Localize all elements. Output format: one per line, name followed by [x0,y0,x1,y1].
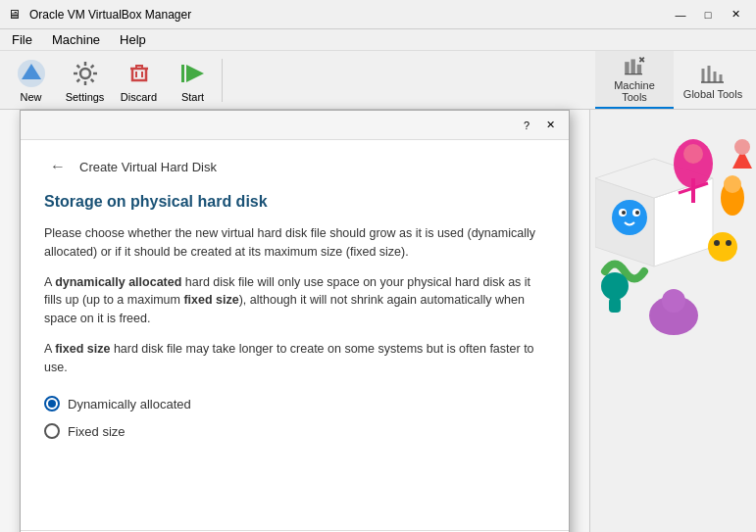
svg-point-44 [662,289,685,313]
minimize-button[interactable]: — [668,5,693,24]
radio-dynamic[interactable]: Dynamically allocated [44,396,545,411]
para3-bold: fixed size [55,342,110,356]
svg-rect-14 [181,65,184,82]
toolbar: New Settings [0,51,756,110]
svg-line-7 [76,65,79,68]
menu-file[interactable]: File [4,30,40,49]
dialog: ? ✕ ← Create Virtual Hard Disk Storage o… [20,110,570,532]
svg-point-35 [635,211,639,215]
maximize-button[interactable]: □ [695,5,721,24]
right-panel [589,110,756,532]
back-button[interactable]: ← [44,156,72,177]
settings-label: Settings [66,91,105,103]
menu-help[interactable]: Help [112,30,154,49]
app-icon: 🖥 [8,7,24,23]
window-controls: — □ ✕ [668,5,748,24]
dialog-help-button[interactable]: ? [516,117,537,134]
toolbar-start-button[interactable]: Start [166,54,220,107]
dialog-controls: ? ✕ [516,117,561,134]
title-bar-text: Oracle VM VirtualBox Manager [29,8,662,22]
para3-after: hard disk file may take longer to create… [44,342,534,374]
svg-line-9 [76,78,79,81]
global-tools-label: Global Tools [683,88,742,100]
svg-rect-17 [637,65,641,74]
machine-tools-label: Machine Tools [601,79,668,103]
svg-point-2 [80,69,90,78]
start-icon [177,58,209,89]
svg-point-37 [714,240,720,246]
radio-dynamic-label: Dynamically allocated [68,397,191,411]
illustration-svg [595,120,752,394]
svg-rect-46 [609,298,621,313]
new-label: New [20,91,41,103]
svg-marker-13 [186,65,204,82]
para2-bold2: fixed size [183,293,238,307]
svg-point-45 [601,272,629,300]
svg-point-34 [622,211,626,215]
dialog-header: ← Create Virtual Hard Disk [44,156,545,177]
toolbar-new-button[interactable]: New [4,54,58,107]
radio-fixed-label: Fixed size [68,424,126,439]
start-label: Start [181,91,204,103]
global-tools-tab[interactable]: Global Tools [674,51,752,109]
svg-line-10 [90,65,93,68]
svg-rect-16 [630,59,634,73]
dialog-title-bar: ? ✕ [21,111,569,140]
radio-dynamic-circle [44,396,60,411]
close-button[interactable]: ✕ [723,5,748,24]
discard-label: Discard [121,91,157,103]
radio-fixed-circle [44,423,60,439]
dialog-content: ← Create Virtual Hard Disk Storage on ph… [21,140,569,455]
paragraph-1: Please choose whether the new virtual ha… [44,224,545,262]
paragraph-2: A dynamically allocated hard disk file w… [44,273,545,328]
main-area: ? ✕ ← Create Virtual Hard Disk Storage o… [0,110,756,532]
para3-before: A [44,342,55,356]
svg-point-27 [683,144,703,164]
svg-point-36 [708,232,737,262]
para2-before: A [44,275,55,289]
dialog-close-button[interactable]: ✕ [539,117,561,134]
global-tools-icon [699,61,727,88]
settings-icon [70,58,101,89]
svg-point-31 [612,200,647,235]
paragraph-3: A fixed size hard disk file may take lon… [44,340,545,377]
toolbar-separator [222,59,223,102]
menu-machine[interactable]: Machine [44,30,108,49]
svg-point-40 [724,175,741,193]
title-bar: 🖥 Oracle VM VirtualBox Manager — □ ✕ [0,0,756,29]
machine-tools-tab[interactable]: Machine Tools [595,51,674,109]
svg-rect-15 [625,62,629,73]
radio-fixed[interactable]: Fixed size [44,423,545,439]
menu-bar: File Machine Help [0,29,756,51]
svg-line-8 [90,78,93,81]
discard-icon [124,58,155,89]
machine-tools-icon [621,55,648,79]
toolbar-settings-button[interactable]: Settings [58,54,112,107]
radio-group: Dynamically allocated Fixed size [44,396,545,439]
toolbar-discard-button[interactable]: Discard [112,54,166,107]
step-title: Create Virtual Hard Disk [79,160,217,174]
svg-point-38 [726,240,731,246]
svg-point-42 [734,139,750,155]
section-title: Storage on physical hard disk [44,193,545,211]
illustration [595,120,752,394]
new-icon [16,58,47,89]
para2-bold1: dynamically allocated [55,275,181,289]
